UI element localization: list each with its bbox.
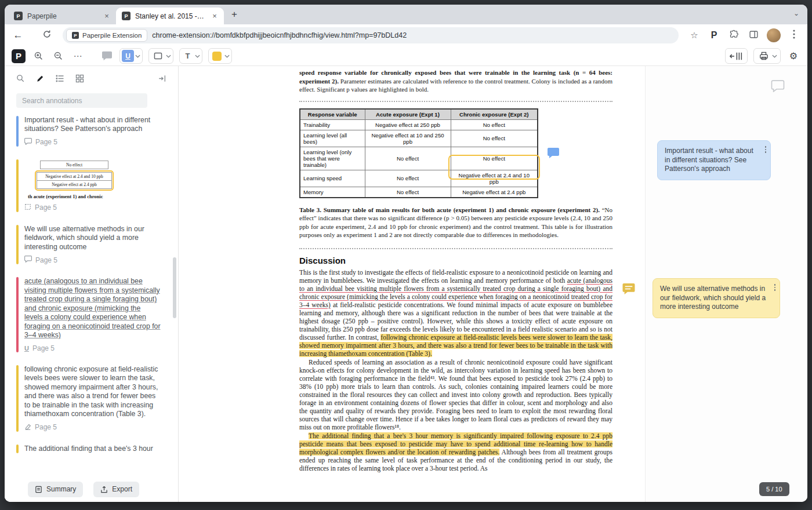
annotation-text: following chronic exposure at field-real… <box>24 365 161 419</box>
comment-menu-icon[interactable] <box>774 284 776 291</box>
annotation-card-image[interactable]: No effect Negative effect at 2.4 and 10 … <box>16 159 178 212</box>
table-cell: Learning level (all bees) <box>300 130 365 147</box>
discussion-paragraph-1: This is the first study to investigate t… <box>299 268 612 358</box>
yellow-comment-marker-icon[interactable] <box>622 283 636 297</box>
blue-comment-marker-icon[interactable] <box>547 147 560 161</box>
tab-strip: P Paperpile × P Stanley et al. 2015 - Sc… <box>5 5 807 24</box>
box-color-chevron-icon[interactable] <box>166 54 171 58</box>
table-cell: Trainability <box>300 119 365 130</box>
table-cell: No effect <box>365 187 451 198</box>
nav-right-cluster: ☆ P <box>688 28 800 42</box>
thumb-highlight-box: Negative effect at 2.4 and 10 ppb Negati… <box>35 170 114 191</box>
side-panel-icon[interactable] <box>747 30 760 42</box>
export-button[interactable]: Export <box>93 482 139 497</box>
paperpile-extension-icon: P <box>72 32 79 39</box>
annotation-color-bar <box>16 365 19 432</box>
tab-stanley-paper[interactable]: P Stanley et al. 2015 - Sci. Rep. × <box>116 8 224 24</box>
paperpile-logo[interactable]: P <box>12 49 26 63</box>
table-header: Chronic exposure (Expt 2) <box>451 109 538 120</box>
underline-color-chevron-icon[interactable] <box>135 54 140 58</box>
underline-tool-button[interactable]: U <box>122 50 134 62</box>
margin-comment-blue[interactable]: Important result - what about in differe… <box>657 140 771 180</box>
annotation-text: Important result - what about in differe… <box>24 116 161 134</box>
comment-bubble-icon <box>24 138 32 147</box>
table2-caption-fragment: speed response variable for chronically … <box>299 68 612 94</box>
comments-margin: Important result - what about in differe… <box>645 66 807 502</box>
annotations-pen-tab-icon[interactable] <box>36 74 45 85</box>
comment-text: Important result - what about in differe… <box>665 147 753 173</box>
back-button[interactable]: ← <box>12 30 24 41</box>
annotation-card-partial[interactable]: The additional finding that a bee's 3 ho… <box>16 445 178 453</box>
browser-window: P Paperpile × P Stanley et al. 2015 - Sc… <box>5 5 807 502</box>
caption-regular-text: Parameter estimates are calculated with … <box>299 78 612 93</box>
annotation-list: Important result - what about in differe… <box>5 116 178 476</box>
annotation-card-comment-blue[interactable]: Important result - what about in differe… <box>16 116 178 147</box>
table-box-annotation[interactable] <box>448 155 540 180</box>
highlight-tool-group <box>208 48 232 64</box>
dotted-separator <box>299 248 612 249</box>
page-indicator-badge: 5 / 10 <box>759 482 789 496</box>
discussion-paragraph-3: The additional finding that a bee's 3 ho… <box>299 432 612 472</box>
highlight-annotation-icon <box>24 423 31 432</box>
table3-caption: Table 3. Summary table of main results f… <box>299 206 612 239</box>
crop-region-icon <box>24 203 31 212</box>
table-cell: No effect <box>365 147 451 170</box>
annotation-color-bar <box>16 445 19 453</box>
zoom-in-icon[interactable] <box>31 49 45 63</box>
thumb-caption-text: th acute (experiment 1) and chronic <box>28 194 121 199</box>
sidebar-scrollbar[interactable] <box>173 257 176 318</box>
annotation-color-bar <box>16 159 19 212</box>
add-comment-tool-icon[interactable] <box>100 49 114 63</box>
thumbnails-grid-tab-icon[interactable] <box>75 74 84 85</box>
search-annotations-input[interactable] <box>16 93 147 108</box>
paperpile-toolbar: P ⋯ U <box>5 46 807 66</box>
caption-bold-text: Table 3. Summary table of main results f… <box>299 206 600 213</box>
tab-close-icon[interactable]: × <box>102 12 111 21</box>
comment-menu-icon[interactable] <box>765 146 767 153</box>
add-comment-ghost-icon[interactable] <box>771 80 785 94</box>
tab-title: Stanley et al. 2015 - Sci. Rep. <box>135 12 205 20</box>
annotation-page-label: Page 5 <box>35 203 57 212</box>
table-header: Acute exposure (Expt 1) <box>365 109 451 120</box>
settings-gear-icon[interactable]: ⚙ <box>786 49 800 63</box>
more-tools-icon[interactable]: ⋯ <box>71 49 85 63</box>
underline-tool-group: U <box>119 48 143 64</box>
tab-close-icon[interactable]: × <box>210 12 219 21</box>
comment-text: We will use alternative methods in our f… <box>660 285 766 311</box>
highlight-color-chevron-icon[interactable] <box>224 54 230 58</box>
address-bar[interactable]: P Paperpile Extension chrome-extension:/… <box>63 27 679 43</box>
extensions-puzzle-icon[interactable] <box>727 30 740 42</box>
profile-avatar[interactable] <box>767 28 781 42</box>
zoom-out-icon[interactable] <box>51 49 65 63</box>
annotation-page-label: Page 5 <box>35 423 57 431</box>
text-annotation-tool-icon[interactable]: T <box>182 52 194 60</box>
collapse-sidebar-icon[interactable] <box>158 74 166 85</box>
annotation-image-thumbnail: No effect Negative effect at 2.4 and 10 … <box>28 161 121 199</box>
box-annotation-tool-icon[interactable] <box>151 49 165 63</box>
reload-button[interactable] <box>41 30 53 41</box>
outline-list-tab-icon[interactable] <box>56 74 64 85</box>
annotation-card-underline[interactable]: acute (analogous to an individual bee vi… <box>16 277 178 352</box>
annotation-card-comment-yellow[interactable]: We will use alternative methods in our f… <box>16 225 178 264</box>
margin-comment-yellow[interactable]: We will use alternative methods in our f… <box>652 278 780 318</box>
search-annotations-tab-icon[interactable] <box>16 74 25 85</box>
annotations-sidebar: Important result - what about in differe… <box>5 66 179 502</box>
pdf-page[interactable]: speed response variable for chronically … <box>179 66 645 502</box>
tab-overflow-chevron-icon[interactable]: ⌄ <box>793 9 799 17</box>
back-to-library-icon[interactable] <box>730 49 743 63</box>
print-tool-group <box>753 48 781 64</box>
chrome-menu-icon[interactable] <box>788 30 800 41</box>
summary-button[interactable]: Summary <box>28 482 83 497</box>
print-icon[interactable] <box>757 49 771 63</box>
highlight-color-swatch[interactable] <box>212 52 222 61</box>
tab-paperpile[interactable]: P Paperpile × <box>8 8 116 24</box>
extension-chip[interactable]: P Paperpile Extension <box>66 29 147 42</box>
export-icon <box>100 486 108 493</box>
new-tab-button[interactable]: + <box>227 8 241 21</box>
bookmark-star-icon[interactable]: ☆ <box>688 30 701 41</box>
annotation-card-highlight[interactable]: following chronic exposure at field-real… <box>16 365 178 432</box>
text-color-chevron-icon[interactable] <box>195 54 200 58</box>
paperpile-pinned-extension-icon[interactable]: P <box>708 30 720 41</box>
thumb-table-cell: Negative effect at 2.4 ppb <box>37 181 112 189</box>
print-chevron-icon[interactable] <box>772 54 777 58</box>
